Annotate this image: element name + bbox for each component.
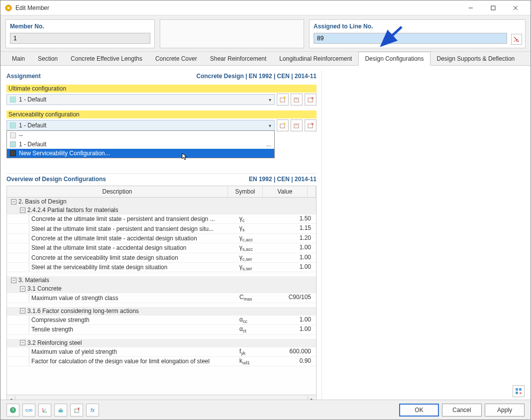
table-row[interactable]: Compressive strengthαcc1.00 — [7, 315, 316, 325]
minimize-button[interactable] — [459, 1, 482, 15]
ok-button[interactable]: OK — [399, 404, 439, 417]
detail-view-button[interactable] — [513, 385, 525, 397]
row-symbol — [236, 206, 271, 214]
row-description: 3. Materials — [18, 277, 49, 284]
app-icon — [4, 4, 12, 12]
close-button[interactable] — [504, 1, 527, 15]
overview-grid: Description Symbol Value −2. Basis of De… — [6, 186, 317, 404]
dropdown-item-blank[interactable]: -- — [7, 131, 274, 140]
grid-body[interactable]: −2. Basis of Design−2.4.2.4 Partial fact… — [6, 198, 317, 395]
tab-longitudinal-reinforcement[interactable]: Longitudinal Reinforcement — [273, 52, 358, 65]
dropdown-item-label: -- — [19, 132, 23, 139]
edit-config-button[interactable] — [291, 94, 303, 105]
chevron-down-icon: ▾ — [269, 123, 271, 128]
row-symbol: γs,acc — [236, 243, 271, 252]
row-description: Steel at the ultimate limit state - acci… — [31, 244, 187, 251]
collapse-icon[interactable]: − — [20, 340, 25, 345]
service-config-label: Serviceability configuration — [6, 110, 317, 118]
tab-design-supports-deflection[interactable]: Design Supports & Deflection — [430, 52, 522, 65]
table-row[interactable]: Steel at the serviceability limit state … — [7, 263, 316, 272]
function-button[interactable]: fx — [86, 404, 99, 417]
units-button[interactable]: 0,00 — [22, 404, 35, 417]
svg-text:?: ? — [11, 408, 14, 413]
svg-rect-32 — [75, 409, 79, 413]
group-row[interactable]: −2. Basis of Design — [7, 198, 316, 206]
apply-button[interactable]: Apply — [485, 404, 525, 417]
row-value — [271, 307, 316, 315]
new-config-button[interactable] — [277, 94, 289, 105]
collapse-icon[interactable]: − — [20, 208, 25, 213]
row-value: 1.00 — [271, 243, 316, 252]
table-row[interactable]: Tensile strengthαct1.00 — [7, 325, 316, 334]
table-row[interactable]: Steel at the ultimate limit state - pers… — [7, 224, 316, 233]
group-row[interactable]: −3. Materials — [7, 276, 316, 285]
delete-button[interactable] — [70, 404, 83, 417]
group-row[interactable]: −3.1.6 Factor considering long-term acti… — [7, 307, 316, 315]
tab-concrete-effective-lengths[interactable]: Concrete Effective Lengths — [64, 52, 149, 65]
collapse-icon[interactable]: − — [11, 199, 16, 205]
row-value — [271, 285, 316, 293]
svg-point-1 — [7, 7, 9, 9]
ultimate-config-value: 1 - Default — [19, 96, 46, 103]
table-row[interactable]: Maximum value of strength classCmaxC90/1… — [7, 293, 316, 303]
svg-rect-3 — [491, 6, 495, 10]
tab-shear-reinforcement[interactable]: Shear Reinforcement — [204, 52, 273, 65]
svg-text:fx: fx — [91, 408, 95, 413]
overview-title: Overview of Design Configurations — [6, 176, 106, 183]
color-swatch-icon — [10, 141, 16, 147]
tab-design-configurations[interactable]: Design Configurations — [358, 52, 430, 66]
tab-main[interactable]: Main — [5, 52, 31, 65]
color-swatch-icon — [10, 150, 16, 156]
delete-config-button[interactable] — [305, 119, 317, 131]
row-description: Maximum value of strength class — [31, 295, 118, 302]
ultimate-config-row: 1 - Default ▾ — [6, 94, 317, 105]
cancel-button[interactable]: Cancel — [442, 404, 482, 417]
table-row[interactable]: Concrete at the ultimate limit state - p… — [7, 214, 316, 224]
table-row[interactable]: Concrete at the serviceability limit sta… — [7, 253, 316, 263]
row-description: 3.2 Reinforcing steel — [27, 339, 82, 346]
dropdown-item-new[interactable]: New Serviceability Configuration... — [7, 149, 274, 158]
render-button[interactable] — [54, 404, 67, 417]
pick-line-button[interactable] — [511, 34, 522, 45]
table-row[interactable]: Factor for calculation of the design val… — [7, 357, 316, 366]
delete-config-button[interactable] — [305, 94, 317, 105]
svg-point-9 — [284, 97, 286, 99]
group-row[interactable]: −3.1 Concrete — [7, 285, 316, 293]
new-config-button[interactable] — [277, 119, 289, 131]
collapse-icon[interactable]: − — [11, 278, 16, 283]
dropdown-item-default[interactable]: 1 - Default ... — [7, 140, 274, 149]
row-symbol — [236, 285, 271, 293]
collapse-icon[interactable]: − — [20, 286, 25, 292]
maximize-button[interactable] — [482, 1, 504, 15]
row-value: 1.00 — [271, 253, 316, 262]
local-axes-button[interactable] — [38, 404, 51, 417]
middle-box — [160, 19, 304, 48]
member-no-input[interactable] — [10, 33, 150, 44]
edit-config-button[interactable] — [291, 119, 303, 131]
assignment-header: Assignment Concrete Design | EN 1992 | C… — [6, 71, 317, 83]
color-swatch-icon — [10, 122, 16, 128]
col-symbol: Symbol — [228, 186, 263, 197]
collapse-icon[interactable]: − — [20, 308, 25, 314]
group-row[interactable]: −2.4.2.4 Partial factors for materials — [7, 206, 316, 214]
assigned-input[interactable] — [314, 33, 507, 44]
row-description: 3.1.6 Factor considering long-term actio… — [27, 308, 139, 315]
svg-rect-24 — [516, 392, 518, 394]
row-value: C90/105 — [271, 293, 316, 302]
table-row[interactable]: Maximum value of yield strengthfyk600.00… — [7, 347, 316, 357]
row-value: 0.90 — [271, 357, 316, 366]
tab-concrete-cover[interactable]: Concrete Cover — [149, 52, 204, 65]
tab-section[interactable]: Section — [31, 52, 64, 65]
right-panel — [321, 71, 525, 404]
service-config-combo[interactable]: 1 - Default ▾ — [6, 120, 275, 131]
svg-text:0,00: 0,00 — [25, 409, 32, 412]
table-row[interactable]: Steel at the ultimate limit state - acci… — [7, 243, 316, 253]
row-symbol: fyk — [236, 347, 271, 356]
col-description: Description — [7, 186, 228, 197]
help-button[interactable]: ? — [6, 404, 19, 417]
table-row[interactable]: Concrete at the ultimate limit state - a… — [7, 234, 316, 243]
ultimate-config-combo[interactable]: 1 - Default ▾ — [6, 94, 275, 105]
row-value — [271, 276, 316, 284]
group-row[interactable]: −3.2 Reinforcing steel — [7, 339, 316, 347]
overview-header: Overview of Design Configurations EN 199… — [6, 173, 317, 186]
